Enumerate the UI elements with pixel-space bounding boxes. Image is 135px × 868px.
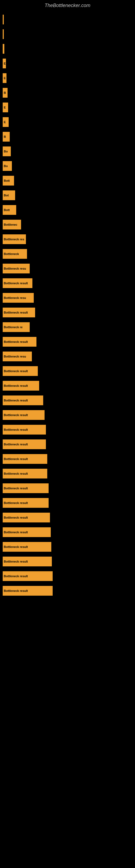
bottleneck-bar: Bottleneck result <box>3 337 37 347</box>
bottleneck-bar: Bottleneck result <box>3 498 49 508</box>
bar-row: Bottleneck result <box>3 305 135 319</box>
bar-row: Bot <box>3 188 135 203</box>
bar-row: E <box>3 71 135 85</box>
bar-row: Bottleneck result <box>3 584 135 598</box>
bar-row: Bott <box>3 174 135 188</box>
bar-row: Bottleneck res <box>3 232 135 246</box>
bottleneck-bar: B <box>3 88 8 98</box>
bar-row: Bottleneck resu <box>3 349 135 364</box>
bottleneck-bar: E <box>3 102 8 112</box>
bottleneck-bar: Bott <box>3 176 14 186</box>
bottleneck-bar: Bottleneck resu <box>3 351 32 361</box>
bar-row: Bottleneck result <box>3 364 135 378</box>
bottleneck-bar: Bo <box>3 161 12 171</box>
bottleneck-bar: Bottleneck result <box>3 557 52 566</box>
bottleneck-bar: Bottleneck <box>3 249 27 259</box>
bar-row: Bottleneck result <box>3 379 135 393</box>
bottleneck-bar: Bottleneck result <box>3 527 51 537</box>
bottleneck-bar: Bottleneck result <box>3 278 32 288</box>
bottleneck-bar: Bottleneck result <box>3 586 53 596</box>
bottleneck-bar: Bottleneck result <box>3 454 47 464</box>
bottleneck-bar: Bottleneck result <box>3 366 38 376</box>
bottleneck-bar: Bottleneck result <box>3 513 50 522</box>
bar-row: Bottlenec <box>3 218 135 231</box>
bar-row: Bottleneck result <box>3 467 135 480</box>
bottleneck-bar: Bottlenec <box>3 220 21 229</box>
bar-row: Bottleneck result <box>3 540 135 554</box>
bottleneck-bar <box>3 29 4 39</box>
bar-row: Bottleneck result <box>3 276 135 290</box>
bar-row: E <box>3 100 135 115</box>
bottleneck-bar: E <box>3 73 6 83</box>
bar-row: B <box>3 130 135 144</box>
bar-row: Bo <box>3 159 135 173</box>
bars-container: EEBEEBBoBoBottBotBottBottlenecBottleneck… <box>0 10 135 598</box>
bottleneck-bar <box>3 44 4 54</box>
bottleneck-bar <box>3 14 4 24</box>
bar-row: Bottleneck result <box>3 525 135 539</box>
bottleneck-bar: Bottleneck result <box>3 484 49 493</box>
bottleneck-bar: Bo <box>3 147 11 156</box>
bottleneck-bar: Bottleneck result <box>3 410 45 420</box>
bar-row: Bottleneck result <box>3 452 135 466</box>
bar-row: Bottleneck result <box>3 335 135 349</box>
bar-row: Bott <box>3 203 135 217</box>
bar-row: Bottleneck resu <box>3 291 135 305</box>
bar-row <box>3 42 135 56</box>
bar-row: Bottleneck <box>3 247 135 261</box>
bottleneck-bar: Bottleneck result <box>3 571 53 581</box>
bottleneck-bar: Bottleneck result <box>3 542 51 552</box>
bar-row: Bottleneck result <box>3 393 135 407</box>
bar-row: Bottleneck result <box>3 423 135 437</box>
bottleneck-bar: E <box>3 117 9 127</box>
bottleneck-bar: Bot <box>3 190 15 200</box>
bar-row: E <box>3 56 135 70</box>
bar-row: Bottleneck resu <box>3 261 135 276</box>
bar-row: Bottleneck result <box>3 481 135 495</box>
bar-row <box>3 27 135 41</box>
site-title: TheBottlenecker.com <box>0 0 135 10</box>
bottleneck-bar: Bottleneck result <box>3 396 43 405</box>
bottleneck-bar: B <box>3 132 10 142</box>
bottleneck-bar: E <box>3 59 6 68</box>
bottleneck-bar: Bottleneck resu <box>3 264 30 273</box>
bottleneck-bar: Bott <box>3 205 16 215</box>
bottleneck-bar: Bottleneck result <box>3 308 35 317</box>
bottleneck-bar: Bottleneck result <box>3 381 39 391</box>
bottleneck-bar: Bottleneck result <box>3 425 46 435</box>
bottleneck-bar: Bottleneck res <box>3 235 26 244</box>
bottleneck-bar: Bottleneck resu <box>3 293 34 303</box>
bar-row: Bottleneck result <box>3 408 135 422</box>
bar-row: Bottleneck result <box>3 510 135 525</box>
bottleneck-bar: Bottleneck result <box>3 439 46 449</box>
bottleneck-bar: Bottleneck re <box>3 322 30 332</box>
bar-row: Bottleneck result <box>3 496 135 510</box>
bar-row <box>3 12 135 27</box>
bar-row: Bottleneck result <box>3 554 135 568</box>
bar-row: Bottleneck result <box>3 569 135 583</box>
bar-row: Bottleneck re <box>3 320 135 334</box>
bar-row: B <box>3 86 135 100</box>
bottleneck-bar: Bottleneck result <box>3 469 47 478</box>
bar-row: E <box>3 115 135 129</box>
bar-row: Bottleneck result <box>3 437 135 452</box>
bar-row: Bo <box>3 144 135 158</box>
